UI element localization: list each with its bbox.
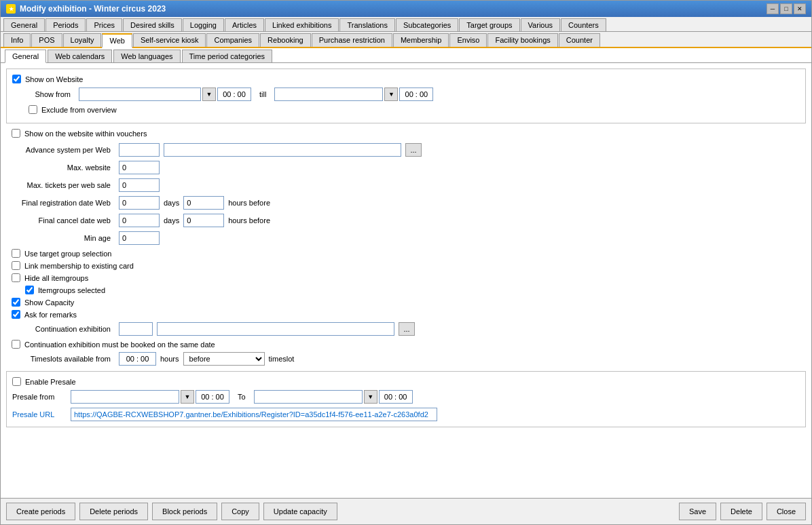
ask-remarks-checkbox[interactable] — [12, 310, 20, 319]
tab-logging[interactable]: Logging — [183, 18, 224, 31]
max-tickets-row: Max. tickets per web sale — [6, 178, 806, 192]
tab-counter[interactable]: Counter — [559, 33, 600, 47]
presale-from-time-input[interactable] — [196, 390, 229, 404]
hide-itemgroups-label: Hide all itemgroups — [24, 274, 88, 282]
close-button[interactable]: ✕ — [794, 3, 806, 14]
update-capacity-button[interactable]: Update capacity — [263, 503, 337, 520]
timeslots-time-input[interactable] — [119, 352, 156, 366]
presale-url-input[interactable] — [71, 408, 437, 421]
timeslots-before-select[interactable]: before — [183, 352, 265, 366]
itemgroups-selected-label: Itemgroups selected — [38, 286, 105, 294]
continuation-input1[interactable] — [119, 322, 153, 336]
final-cancel-days-input[interactable] — [119, 214, 160, 227]
show-capacity-checkbox[interactable] — [12, 298, 20, 307]
timeslots-label: Timeslots available from — [6, 355, 115, 363]
tab-purchase-restriction[interactable]: Purchase restriction — [312, 33, 392, 47]
max-website-input[interactable] — [119, 161, 160, 174]
tab-web[interactable]: Web — [102, 33, 132, 48]
bottom-bar: Create periods Delete periods Block peri… — [1, 498, 811, 524]
tab-desired-skills[interactable]: Desired skills — [123, 18, 182, 31]
continuation-same-date-checkbox[interactable] — [12, 340, 20, 349]
minimize-button[interactable]: ─ — [767, 3, 779, 14]
itemgroups-selected-checkbox[interactable] — [25, 286, 34, 294]
create-periods-button[interactable]: Create periods — [6, 503, 75, 520]
enable-presale-checkbox[interactable] — [12, 377, 21, 386]
advance-system-input1[interactable] — [119, 143, 160, 157]
final-reg-days-input[interactable] — [119, 196, 160, 210]
use-target-group-checkbox[interactable] — [12, 249, 20, 258]
continuation-browse-button[interactable]: ... — [399, 322, 415, 336]
tab-info[interactable]: Info — [3, 33, 31, 47]
presale-section: Enable Presale Presale from ▼ To ▼ Presa… — [6, 371, 806, 427]
tab-periods[interactable]: Periods — [45, 18, 86, 31]
presale-from-date-picker[interactable]: ▼ — [181, 390, 194, 404]
tab-subcategories[interactable]: Subcategories — [396, 18, 458, 31]
show-on-website-section: Show on Website Show from ▼ till ▼ Excl — [6, 69, 806, 123]
tab-translations[interactable]: Translations — [339, 18, 395, 31]
tab-web-languages[interactable]: Web languages — [113, 50, 180, 62]
restore-button[interactable]: □ — [780, 3, 792, 14]
show-from-date-picker[interactable]: ▼ — [202, 88, 216, 101]
show-from-row: Show from ▼ till ▼ — [12, 88, 800, 101]
advance-system-input2[interactable] — [164, 143, 401, 157]
till-time-input[interactable] — [399, 88, 433, 101]
tab-general[interactable]: General — [3, 18, 45, 31]
min-age-input[interactable] — [119, 231, 160, 245]
tab-pos[interactable]: POS — [31, 33, 62, 47]
show-from-time-input[interactable] — [217, 88, 251, 101]
presale-to-date-picker[interactable]: ▼ — [364, 390, 377, 404]
tab-companies[interactable]: Companies — [206, 33, 259, 47]
use-target-group-row: Use target group selection — [6, 249, 806, 258]
enable-presale-row: Enable Presale — [12, 377, 800, 386]
presale-to-label: To — [238, 393, 246, 401]
exclude-from-overview-checkbox[interactable] — [29, 105, 37, 114]
block-periods-button[interactable]: Block periods — [152, 503, 217, 520]
till-label: till — [259, 90, 266, 98]
tab-self-service-kiosk[interactable]: Self-service kiosk — [133, 33, 206, 47]
app-icon: ★ — [6, 4, 16, 14]
final-reg-hours-label: hours before — [228, 199, 270, 207]
tab-time-period-categories[interactable]: Time period categories — [182, 50, 272, 62]
tab-various[interactable]: Various — [521, 18, 560, 31]
link-membership-row: Link membership to existing card — [6, 261, 806, 270]
tab-web-calendars[interactable]: Web calendars — [48, 50, 112, 62]
tab-prices[interactable]: Prices — [86, 18, 122, 31]
tab-linked-exhibitions[interactable]: Linked exhibitions — [265, 18, 339, 31]
hide-itemgroups-row: Hide all itemgroups — [6, 273, 806, 282]
advance-system-browse-button[interactable]: ... — [405, 143, 422, 157]
show-vouchers-checkbox[interactable] — [12, 129, 20, 138]
till-datetime: ▼ — [274, 88, 433, 101]
tab-target-groups[interactable]: Target groups — [459, 18, 519, 31]
tab-rebooking[interactable]: Rebooking — [260, 33, 311, 47]
presale-from-date-input[interactable] — [71, 390, 179, 404]
presale-to-time-input[interactable] — [379, 390, 413, 404]
continuation-input2[interactable] — [157, 322, 394, 336]
till-date-input[interactable] — [274, 88, 383, 101]
tab-general-sub[interactable]: General — [5, 50, 46, 63]
close-button-bottom[interactable]: Close — [767, 503, 806, 520]
main-window: ★ Modify exhibition - Winter circus 2023… — [0, 0, 812, 525]
ask-remarks-row: Ask for remarks — [6, 310, 806, 319]
tab-membership[interactable]: Membership — [393, 33, 449, 47]
tab-enviso[interactable]: Enviso — [449, 33, 487, 47]
presale-url-row: Presale URL — [12, 408, 800, 421]
delete-periods-button[interactable]: Delete periods — [79, 503, 148, 520]
till-date-picker[interactable]: ▼ — [384, 88, 398, 101]
tab-loyalty[interactable]: Loyalty — [63, 33, 102, 47]
max-website-label: Max. website — [6, 163, 115, 172]
final-cancel-hours-input[interactable] — [183, 214, 224, 227]
tab-facility-bookings[interactable]: Facility bookings — [487, 33, 557, 47]
show-from-date-input[interactable] — [79, 88, 201, 101]
hide-itemgroups-checkbox[interactable] — [12, 273, 20, 282]
link-membership-checkbox[interactable] — [12, 261, 20, 270]
copy-button[interactable]: Copy — [221, 503, 259, 520]
delete-button[interactable]: Delete — [720, 503, 762, 520]
final-reg-hours-input[interactable] — [183, 196, 224, 210]
tab-counters[interactable]: Counters — [561, 18, 606, 31]
max-tickets-input[interactable] — [119, 178, 160, 192]
tab-articles[interactable]: Articles — [225, 18, 264, 31]
link-membership-label: Link membership to existing card — [24, 262, 134, 270]
presale-to-date-input[interactable] — [254, 390, 363, 404]
save-button[interactable]: Save — [679, 503, 716, 520]
show-on-website-checkbox[interactable] — [12, 75, 21, 83]
